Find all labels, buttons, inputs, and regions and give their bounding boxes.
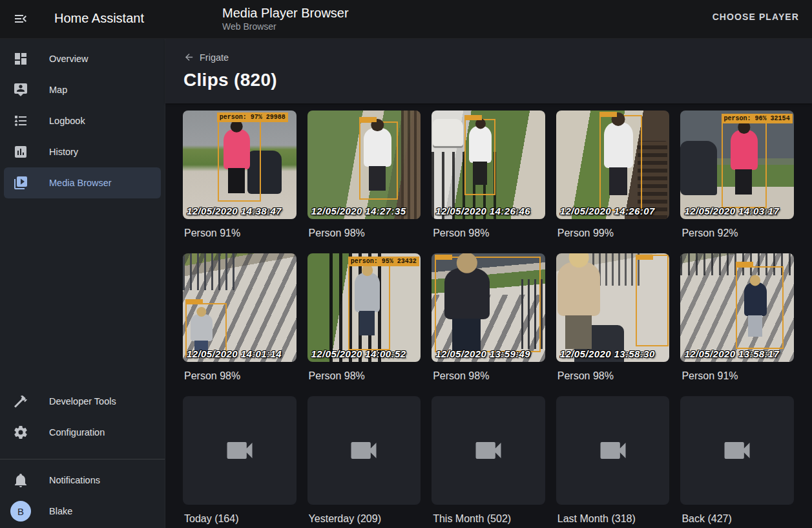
clip-thumbnail[interactable]: 12/05/2020 13:59:49 (432, 253, 545, 362)
dashboard-icon (13, 51, 28, 67)
sidebar-item-user[interactable]: B Blake (4, 496, 161, 527)
top-bar: Home Assistant Media Player Browser Web … (0, 0, 812, 39)
sidebar-item-configuration[interactable]: Configuration (4, 417, 161, 448)
clip-thumbnail[interactable]: 12/05/2020 13:58:30 (556, 253, 670, 362)
clip-label: Person 98% (433, 370, 544, 382)
clip-timestamp-overlay: 12/05/2020 13:58:30 (560, 348, 655, 359)
content-header: Frigate Clips (820) (165, 39, 812, 103)
clip-timestamp-overlay: 12/05/2020 14:01:14 (187, 348, 282, 359)
sidebar-item-label: Overview (49, 54, 88, 64)
video-camera-icon (347, 434, 380, 467)
detection-label-chip (435, 255, 452, 260)
folder-item[interactable]: Today (164) (183, 396, 297, 525)
clip-label: Person 98% (433, 227, 544, 239)
clip-thumbnail[interactable]: 12/05/2020 14:01:14 (183, 253, 297, 362)
menu-open-icon (13, 11, 28, 26)
clip-label: Person 98% (557, 370, 669, 382)
sidebar: OverviewMapLogbookHistoryMedia Browser D… (0, 39, 165, 528)
clip-label: Person 91% (682, 370, 793, 382)
clip-item[interactable]: 12/05/2020 14:26:46Person 98% (432, 111, 545, 239)
media-browser-header: Media Player Browser Web Browser (222, 5, 349, 33)
folder-label: Today (164) (184, 512, 295, 525)
page-header-subtitle: Web Browser (222, 21, 349, 33)
clip-thumbnail[interactable]: person: 97% 2998812/05/2020 14:38:47 (183, 111, 297, 219)
sidebar-item-label: Media Browser (49, 178, 112, 188)
clip-thumbnail[interactable]: 12/05/2020 14:27:35 (307, 111, 421, 219)
person-figure (355, 273, 380, 312)
sidebar-item-map[interactable]: Map (4, 74, 161, 105)
detection-label-chip: person: 97% 29988 (217, 112, 288, 122)
clip-thumbnail[interactable]: person: 96% 3215412/05/2020 14:03:17 (680, 111, 794, 219)
map-icon (13, 82, 28, 98)
clip-thumbnail[interactable]: 12/05/2020 14:26:07 (556, 111, 670, 219)
clip-timestamp-overlay: 12/05/2020 14:03:17 (684, 206, 779, 216)
sidebar-item-label: Map (49, 85, 67, 95)
user-name: Blake (49, 506, 72, 516)
home-assistant-app: Home Assistant Media Player Browser Web … (0, 0, 812, 528)
logbook-icon (13, 113, 28, 129)
clip-item[interactable]: person: 96% 3215412/05/2020 14:03:17Pers… (680, 111, 794, 239)
sidebar-item-label: Logbook (49, 116, 85, 126)
sidebar-item-media-browser[interactable]: Media Browser (4, 167, 161, 198)
clip-item[interactable]: person: 97% 2998812/05/2020 14:38:47Pers… (183, 111, 297, 239)
sidebar-item-logbook[interactable]: Logbook (4, 105, 161, 136)
folder-item[interactable]: This Month (502) (432, 396, 545, 525)
clip-item[interactable]: 12/05/2020 14:26:07Person 99% (556, 111, 670, 239)
detection-label-chip (185, 299, 203, 304)
folder-label: This Month (502) (433, 512, 544, 525)
folder-item[interactable]: Back (427) (680, 396, 794, 525)
folder-thumbnail[interactable] (556, 396, 670, 505)
clip-thumbnail[interactable]: person: 95% 2343212/05/2020 14:00:52 (307, 253, 421, 362)
folder-label: Back (427) (682, 512, 793, 525)
developer-tools-icon (13, 394, 28, 409)
clip-item[interactable]: 12/05/2020 14:01:14Person 98% (183, 253, 297, 382)
arrow-left-icon (183, 52, 194, 63)
sidebar-item-overview[interactable]: Overview (4, 43, 161, 74)
notifications-label: Notifications (49, 475, 100, 485)
folder-item[interactable]: Yesterday (209) (307, 396, 421, 525)
video-camera-icon (472, 434, 505, 467)
bell-icon (13, 472, 28, 488)
clip-timestamp-overlay: 12/05/2020 14:38:47 (187, 206, 282, 216)
folder-thumbnail[interactable] (432, 396, 545, 505)
detection-label-chip (599, 112, 617, 117)
breadcrumb-back-frigate[interactable]: Frigate (183, 52, 229, 63)
clip-timestamp-overlay: 12/05/2020 14:26:07 (560, 206, 655, 216)
video-camera-icon (596, 434, 630, 467)
sidebar-item-notifications[interactable]: Notifications (4, 465, 161, 496)
app-title: Home Assistant (54, 11, 144, 26)
clip-item[interactable]: 12/05/2020 14:27:35Person 98% (307, 111, 421, 239)
clip-item[interactable]: 12/05/2020 13:58:17Person 91% (680, 253, 794, 382)
choose-player-button[interactable]: CHOOSE PLAYER (713, 12, 799, 22)
person-figure (444, 268, 490, 320)
page-title: Clips (820) (183, 70, 812, 90)
clip-label: Person 98% (309, 227, 420, 239)
person-figure (364, 128, 391, 167)
clip-item[interactable]: 12/05/2020 13:58:30Person 98% (556, 253, 670, 382)
clip-timestamp-overlay: 12/05/2020 14:00:52 (311, 348, 406, 359)
video-camera-icon (720, 434, 754, 467)
detection-label-chip (359, 117, 377, 122)
clip-thumbnail[interactable]: 12/05/2020 13:58:17 (680, 253, 794, 362)
folder-item[interactable]: Last Month (318) (556, 396, 670, 525)
page-header-title: Media Player Browser (222, 5, 349, 21)
folder-label: Last Month (318) (557, 512, 669, 525)
folder-thumbnail[interactable] (680, 396, 794, 505)
detection-label-chip (636, 255, 653, 260)
sidebar-item-history[interactable]: History (4, 136, 161, 167)
clip-label: Person 99% (557, 227, 669, 239)
clip-thumbnail[interactable]: 12/05/2020 14:26:46 (432, 111, 545, 219)
sidebar-toggle-button[interactable] (12, 10, 30, 28)
detection-label-chip: person: 95% 23432 (348, 257, 419, 266)
clip-item[interactable]: person: 95% 2343212/05/2020 14:00:52Pers… (307, 253, 421, 382)
sidebar-item-developer-tools[interactable]: Developer Tools (4, 386, 161, 417)
clip-item[interactable]: 12/05/2020 13:59:49Person 98% (432, 253, 545, 382)
sidebar-nav-list: OverviewMapLogbookHistoryMedia Browser (0, 39, 165, 198)
detection-label-chip (736, 262, 753, 267)
sidebar-item-label: Developer Tools (49, 396, 116, 407)
folder-thumbnail[interactable] (183, 396, 297, 505)
clip-label: Person 98% (184, 370, 295, 382)
folder-thumbnail[interactable] (307, 396, 421, 505)
media-browser-icon (13, 175, 28, 191)
configuration-icon (13, 425, 28, 440)
